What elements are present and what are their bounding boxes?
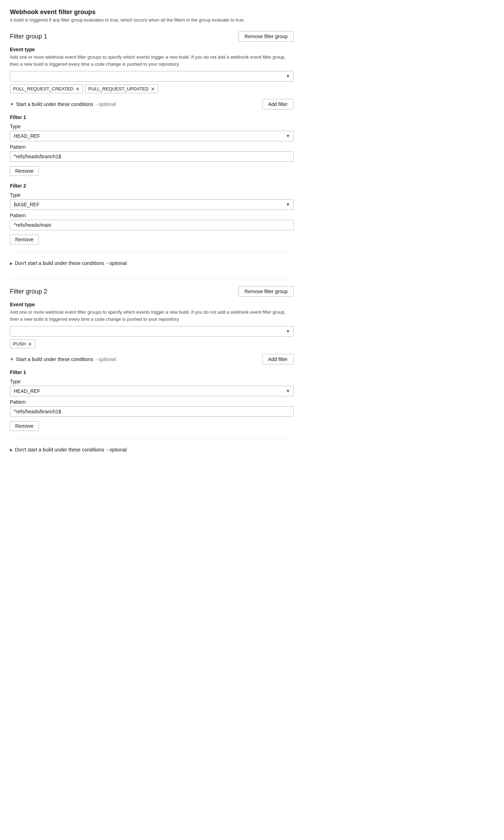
filter-group-2-filter-1-pattern-input[interactable] xyxy=(10,406,294,417)
filter-group-2-header: Filter group 2 Remove filter group xyxy=(10,286,294,297)
filter-group-1-filter-1-type-select[interactable]: HEAD_REF BASE_REF FILE_PATH COMMIT_MESSA… xyxy=(10,131,294,141)
filter-group-1-filter-1-pattern-input[interactable] xyxy=(10,151,294,162)
filter-group-2-event-type-dropdown-wrapper: PULL_REQUEST_CREATED PULL_REQUEST_UPDATE… xyxy=(10,326,294,337)
remove-filter-group-2-button[interactable]: Remove filter group xyxy=(239,286,294,297)
filter-group-1-dont-start-build-arrow-icon: ▶ xyxy=(10,261,13,265)
filter-group-1-start-build-label: Start a build under these conditions xyxy=(16,101,93,107)
filter-group-1-start-build-header: ▼ Start a build under these conditions -… xyxy=(10,99,294,110)
remove-filter-group-1-button[interactable]: Remove filter group xyxy=(239,31,294,42)
filter-group-1-start-build-section: ▼ Start a build under these conditions -… xyxy=(10,99,294,244)
filter-group-2-start-build-toggle[interactable]: ▼ Start a build under these conditions -… xyxy=(10,356,116,362)
filter-group-1: Filter group 1 Remove filter group Event… xyxy=(10,31,294,267)
groups-divider xyxy=(10,279,294,279)
filter-group-2-divider xyxy=(10,438,294,438)
filter-group-2-event-type-description: Add one or more webhook event filter gro… xyxy=(10,309,294,323)
filter-group-1-filter-1-type-wrapper: HEAD_REF BASE_REF FILE_PATH COMMIT_MESSA… xyxy=(10,131,294,141)
filter-group-2-start-build-section: ▼ Start a build under these conditions -… xyxy=(10,354,294,431)
page-subtitle: A build is triggered if any filter group… xyxy=(10,17,294,23)
filter-group-2: Filter group 2 Remove filter group Event… xyxy=(10,286,294,454)
filter-group-1-title: Filter group 1 xyxy=(10,33,47,40)
filter-group-1-filter-2-pattern-label: Pattern xyxy=(10,213,294,218)
filter-group-1-filter-2-type-select[interactable]: HEAD_REF BASE_REF FILE_PATH COMMIT_MESSA… xyxy=(10,199,294,210)
filter-group-2-filter-1-type-wrapper: HEAD_REF BASE_REF FILE_PATH COMMIT_MESSA… xyxy=(10,386,294,396)
tag-pull-request-updated: PULL_REQUEST_UPDATED ✕ xyxy=(85,84,158,93)
filter-group-2-event-type-select[interactable]: PULL_REQUEST_CREATED PULL_REQUEST_UPDATE… xyxy=(10,326,294,337)
filter-group-2-start-build-arrow-icon: ▼ xyxy=(10,357,14,361)
filter-group-2-tags: PUSH ✕ xyxy=(10,339,294,348)
filter-group-1-filter-2-remove-button[interactable]: Remove xyxy=(10,235,39,244)
tag-push-remove[interactable]: ✕ xyxy=(28,342,32,347)
filter-group-2-dont-start-build-arrow-icon: ▶ xyxy=(10,448,13,452)
filter-group-1-filter-2: Filter 2 Type HEAD_REF BASE_REF FILE_PAT… xyxy=(10,183,294,244)
filter-group-1-event-type-description: Add one or more webhook event filter gro… xyxy=(10,54,294,67)
filter-group-2-filter-1-pattern-label: Pattern xyxy=(10,399,294,405)
tag-push-label: PUSH xyxy=(13,341,26,347)
filter-group-1-filter-2-type-wrapper: HEAD_REF BASE_REF FILE_PATH COMMIT_MESSA… xyxy=(10,199,294,210)
filter-group-2-filter-1-type-select[interactable]: HEAD_REF BASE_REF FILE_PATH COMMIT_MESSA… xyxy=(10,386,294,396)
filter-group-1-filter-1: Filter 1 Type HEAD_REF BASE_REF FILE_PAT… xyxy=(10,114,294,176)
filter-group-2-title: Filter group 2 xyxy=(10,288,47,295)
filter-group-1-filter-2-type-label: Type xyxy=(10,192,294,198)
filter-group-1-filter-1-pattern-label: Pattern xyxy=(10,144,294,150)
filter-group-1-header: Filter group 1 Remove filter group xyxy=(10,31,294,42)
filter-group-2-dont-start-build-optional: - optional xyxy=(106,447,127,452)
filter-group-2-filter-1: Filter 1 Type HEAD_REF BASE_REF FILE_PAT… xyxy=(10,369,294,431)
filter-group-2-filter-1-remove-button[interactable]: Remove xyxy=(10,421,39,431)
filter-group-1-start-build-arrow-icon: ▼ xyxy=(10,102,14,106)
filter-group-1-add-filter-button[interactable]: Add filter xyxy=(262,99,294,110)
filter-group-2-start-build-header: ▼ Start a build under these conditions -… xyxy=(10,354,294,365)
filter-group-2-dont-start-build-toggle[interactable]: ▶ Don't start a build under these condit… xyxy=(10,445,294,454)
filter-group-2-event-type: Event type Add one or more webhook event… xyxy=(10,302,294,348)
filter-group-1-dont-start-build-toggle[interactable]: ▶ Don't start a build under these condit… xyxy=(10,259,294,267)
filter-group-1-start-build-optional: - optional xyxy=(95,101,116,107)
filter-group-1-filter-2-title: Filter 2 xyxy=(10,183,294,189)
tag-pull-request-created: PULL_REQUEST_CREATED ✕ xyxy=(10,84,83,93)
filter-group-2-event-type-label: Event type xyxy=(10,302,294,307)
filter-group-1-dont-start-build-optional: - optional xyxy=(106,260,127,266)
filter-group-2-add-filter-button[interactable]: Add filter xyxy=(262,354,294,365)
filter-group-2-filter-1-title: Filter 1 xyxy=(10,369,294,375)
filter-group-1-event-type-label: Event type xyxy=(10,47,294,52)
filter-group-1-tags: PULL_REQUEST_CREATED ✕ PULL_REQUEST_UPDA… xyxy=(10,84,294,93)
filter-group-1-event-type: Event type Add one or more webhook event… xyxy=(10,47,294,93)
tag-pull-request-created-remove[interactable]: ✕ xyxy=(76,87,80,91)
tag-pull-request-updated-label: PULL_REQUEST_UPDATED xyxy=(88,86,149,91)
filter-group-1-filter-1-remove-button[interactable]: Remove xyxy=(10,166,39,176)
filter-group-2-start-build-label: Start a build under these conditions xyxy=(16,356,93,362)
filter-group-1-dont-start-build-label: Don't start a build under these conditio… xyxy=(15,260,104,266)
page-title: Webhook event filter groups xyxy=(10,8,294,16)
filter-group-1-filter-2-pattern-input[interactable] xyxy=(10,220,294,230)
filter-group-1-event-type-dropdown-wrapper: PULL_REQUEST_CREATED PULL_REQUEST_UPDATE… xyxy=(10,71,294,82)
filter-group-2-start-build-optional: - optional xyxy=(95,356,116,362)
filter-group-1-event-type-select[interactable]: PULL_REQUEST_CREATED PULL_REQUEST_UPDATE… xyxy=(10,71,294,82)
tag-pull-request-updated-remove[interactable]: ✕ xyxy=(151,87,155,91)
filter-group-1-start-build-toggle[interactable]: ▼ Start a build under these conditions -… xyxy=(10,101,116,107)
filter-group-2-filter-1-type-label: Type xyxy=(10,379,294,384)
filter-group-1-filter-1-type-label: Type xyxy=(10,124,294,129)
tag-pull-request-created-label: PULL_REQUEST_CREATED xyxy=(13,86,73,91)
filter-group-1-divider xyxy=(10,252,294,252)
tag-push: PUSH ✕ xyxy=(10,339,35,348)
filter-group-1-filter-1-title: Filter 1 xyxy=(10,114,294,120)
filter-group-2-dont-start-build-label: Don't start a build under these conditio… xyxy=(15,447,104,452)
